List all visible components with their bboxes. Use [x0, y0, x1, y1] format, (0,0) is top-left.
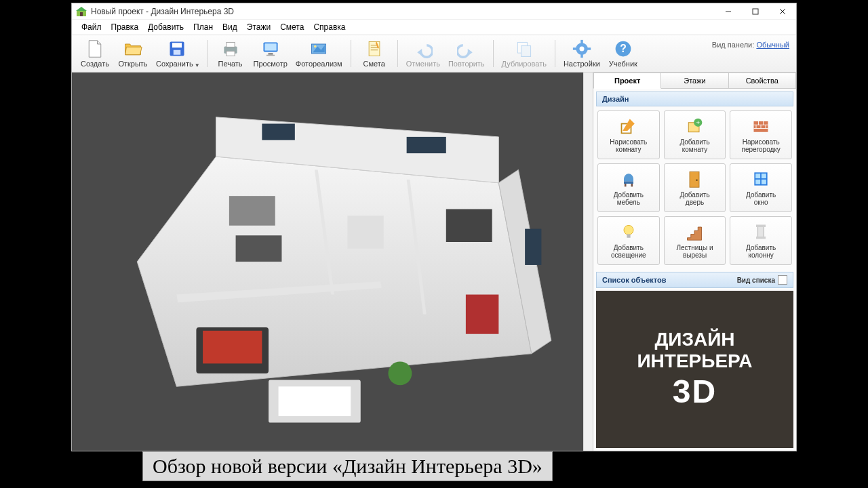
- svg-rect-52: [406, 137, 446, 153]
- window-title: Новый проект - Дизайн Интерьера 3D: [91, 7, 715, 16]
- add-room-icon: +: [685, 117, 704, 136]
- add-door-button[interactable]: Добавитьдверь: [664, 163, 726, 212]
- panel-type-label: Вид панели:: [712, 41, 754, 49]
- panel-type-link[interactable]: Обычный: [756, 41, 789, 49]
- svg-point-75: [624, 225, 633, 235]
- side-panel: Проект Этажи Свойства Дизайн Нарисоватьк…: [593, 73, 796, 451]
- viewport-3d[interactable]: [72, 73, 583, 451]
- minimize-button[interactable]: [715, 3, 742, 19]
- photoreal-button[interactable]: Фотореализм: [292, 37, 346, 70]
- list-view-icon: [778, 275, 787, 285]
- stairs-label: Лестницы ивырезы: [676, 244, 713, 260]
- svg-rect-51: [347, 216, 383, 248]
- save-label: Сохранить▼: [156, 60, 199, 68]
- svg-rect-8: [172, 43, 182, 47]
- print-button[interactable]: Печать: [212, 37, 249, 70]
- tutorial-button[interactable]: ? Учебник: [605, 37, 642, 70]
- svg-rect-16: [267, 55, 275, 56]
- app-icon: [76, 6, 87, 17]
- svg-rect-45: [278, 386, 351, 416]
- add-furniture-button[interactable]: Добавитьмебель: [597, 163, 660, 212]
- svg-rect-70: [690, 171, 699, 187]
- add-light-button[interactable]: Добавитьосвещение: [597, 216, 660, 265]
- menu-edit[interactable]: Правка: [107, 21, 143, 33]
- pencil-room-icon: [619, 117, 638, 136]
- tab-project[interactable]: Проект: [593, 73, 661, 89]
- print-label: Печать: [218, 60, 243, 68]
- monitor-icon: [261, 39, 280, 58]
- svg-marker-1: [76, 7, 87, 11]
- undo-label: Отменить: [406, 60, 440, 68]
- svg-rect-14: [264, 43, 277, 51]
- list-view-toggle[interactable]: Вид списка: [737, 275, 787, 285]
- svg-rect-68: [625, 184, 627, 186]
- chevron-down-icon: ▼: [195, 62, 200, 68]
- preview-button[interactable]: Просмотр: [250, 37, 291, 70]
- svg-rect-31: [580, 54, 583, 58]
- design-section-header: Дизайн: [596, 92, 793, 106]
- redo-label: Повторить: [448, 60, 485, 68]
- svg-point-48: [388, 361, 412, 385]
- tab-properties[interactable]: Свойства: [729, 73, 796, 89]
- settings-button[interactable]: Настройки: [560, 37, 604, 70]
- svg-rect-4: [753, 9, 758, 14]
- save-button[interactable]: Сохранить▼: [153, 37, 202, 70]
- svg-point-19: [314, 45, 317, 48]
- objects-header-label: Список объектов: [602, 276, 666, 284]
- column-icon: [751, 222, 770, 241]
- render-icon: [309, 39, 328, 58]
- estimate-button[interactable]: Смета: [356, 37, 393, 70]
- draw-room-label: Нарисоватькомнату: [610, 138, 647, 154]
- menu-plan[interactable]: План: [189, 21, 217, 33]
- open-button[interactable]: Открыть: [115, 37, 151, 70]
- menu-bar: Файл Правка Добавить План Вид Этажи Смет…: [72, 20, 796, 35]
- promo-line3: 3D: [637, 373, 752, 410]
- add-window-button[interactable]: Добавитьокно: [730, 163, 792, 212]
- redo-button[interactable]: Повторить: [445, 37, 488, 70]
- draw-wall-button[interactable]: Нарисоватьперегородку: [730, 110, 792, 159]
- lightbulb-icon: [619, 222, 638, 241]
- menu-floors[interactable]: Этажи: [243, 21, 275, 33]
- svg-rect-32: [573, 47, 576, 50]
- add-room-button[interactable]: + Добавитькомнату: [664, 110, 726, 159]
- svg-rect-15: [268, 53, 273, 55]
- chair-icon: [619, 169, 638, 188]
- design-tools-grid: Нарисоватькомнату + Добавитькомнату Нари…: [593, 106, 796, 269]
- promo-line2: ИНТЕРЬЕРА: [637, 350, 752, 372]
- duplicate-button[interactable]: Дублировать: [498, 37, 550, 70]
- folder-open-icon: [123, 39, 142, 58]
- panel-type: Вид панели: Обычный: [712, 41, 789, 49]
- svg-rect-33: [587, 47, 591, 50]
- open-label: Открыть: [118, 60, 147, 68]
- menu-help[interactable]: Справка: [309, 21, 349, 33]
- draw-room-button[interactable]: Нарисоватькомнату: [597, 110, 660, 159]
- side-tabs: Проект Этажи Свойства: [593, 73, 796, 89]
- svg-rect-47: [235, 235, 281, 262]
- undo-icon: [414, 39, 433, 58]
- viewport-scrollbar[interactable]: [583, 73, 593, 451]
- undo-button[interactable]: Отменить: [403, 37, 443, 70]
- app-window: Новый проект - Дизайн Интерьера 3D Файл …: [71, 3, 797, 451]
- save-icon: [167, 39, 186, 58]
- svg-rect-2: [80, 12, 83, 16]
- menu-file[interactable]: Файл: [77, 21, 106, 33]
- maximize-button[interactable]: [742, 3, 769, 19]
- svg-rect-69: [631, 184, 633, 186]
- stairs-button[interactable]: Лестницы ивырезы: [664, 216, 726, 265]
- svg-rect-50: [446, 209, 492, 241]
- svg-rect-9: [174, 50, 181, 55]
- separator: [397, 40, 398, 67]
- close-button[interactable]: [769, 3, 796, 19]
- svg-marker-25: [468, 49, 473, 56]
- tab-floors[interactable]: Этажи: [661, 73, 728, 89]
- gear-icon: [572, 39, 591, 58]
- add-column-button[interactable]: Добавитьколонну: [730, 216, 792, 265]
- stairs-icon: [685, 222, 704, 241]
- svg-rect-20: [369, 42, 380, 56]
- create-button[interactable]: Создать: [77, 37, 113, 70]
- menu-add[interactable]: Добавить: [144, 21, 188, 33]
- menu-view[interactable]: Вид: [218, 21, 241, 33]
- svg-rect-78: [756, 224, 766, 227]
- menu-estimate[interactable]: Смета: [276, 21, 308, 33]
- add-window-label: Добавитьокно: [746, 191, 776, 207]
